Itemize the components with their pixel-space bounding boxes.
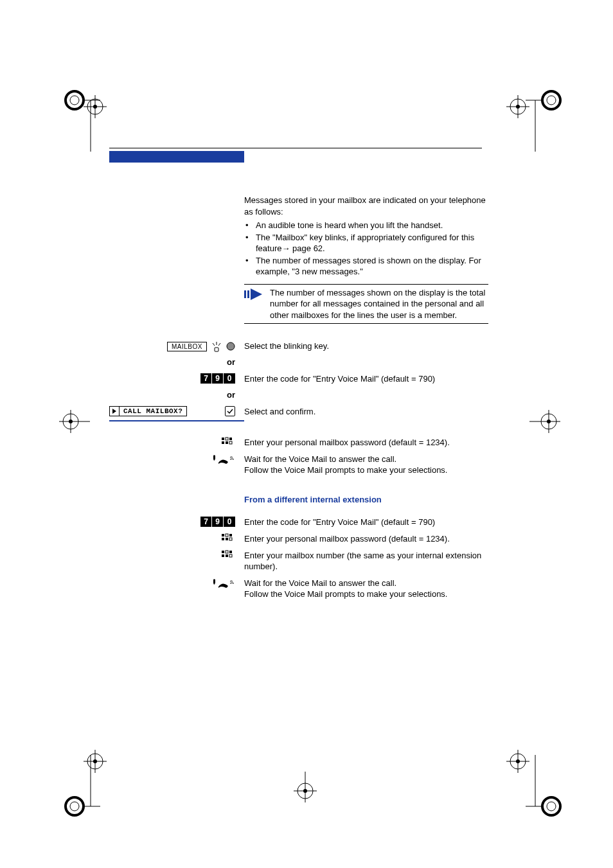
- svg-rect-58: [226, 534, 228, 536]
- crop-target-icon: [82, 748, 108, 774]
- handset-music-icon: [212, 454, 235, 465]
- header-divider: [109, 148, 482, 148]
- steps-column-header: [109, 151, 244, 163]
- step-enter-code: Enter the code for "Entry Voice Mail" (d…: [244, 517, 488, 528]
- step-select-confirm: Select and confirm.: [244, 406, 488, 418]
- step-follow-prompts: Follow the Voice Mail prompts to make yo…: [244, 465, 488, 476]
- svg-rect-62: [229, 538, 232, 540]
- step-enter-password: Enter your personal mailbox password (de…: [244, 533, 488, 545]
- svg-rect-51: [222, 438, 224, 440]
- note-box: The number of messages shown on the disp…: [244, 284, 488, 324]
- display-text: CALL MAILBOX?: [120, 407, 186, 415]
- svg-rect-56: [229, 441, 232, 444]
- svg-line-48: [218, 343, 220, 346]
- list-item: The "Mailbox" key blinks, if appropriate…: [256, 232, 488, 254]
- note-arrow-icon: [244, 287, 265, 305]
- svg-rect-64: [226, 551, 228, 553]
- svg-point-24: [66, 797, 84, 815]
- svg-point-0: [66, 91, 84, 109]
- svg-point-8: [542, 91, 560, 109]
- svg-rect-52: [226, 438, 228, 440]
- svg-rect-65: [229, 551, 232, 553]
- lamp-icon: [226, 342, 235, 351]
- note-text: The number of messages shown on the disp…: [270, 287, 488, 321]
- or-label: or: [227, 357, 235, 367]
- step-enter-password: Enter your personal mailbox password (de…: [244, 437, 488, 448]
- list-item: The number of messages stored is shown o…: [256, 255, 488, 278]
- step-wait-answer: Wait for the Voice Mail to answer the ca…: [244, 454, 488, 465]
- svg-point-33: [547, 802, 556, 811]
- step-enter-code: Enter the code for "Entry Voice Mail" (d…: [244, 373, 488, 385]
- code-keys-790: 7 9 0: [200, 373, 235, 384]
- svg-point-7: [93, 105, 97, 109]
- svg-point-19: [69, 420, 73, 423]
- steps-divider: [109, 420, 244, 421]
- step-select-blinking: Select the blinking key.: [244, 341, 488, 352]
- digit-key: 0: [224, 373, 235, 384]
- crop-target-icon: [58, 409, 84, 434]
- svg-point-23: [547, 420, 551, 423]
- svg-point-15: [516, 105, 520, 109]
- svg-rect-68: [229, 554, 232, 557]
- intro-text: Messages stored in your mailbox are indi…: [244, 195, 488, 217]
- svg-rect-45: [247, 290, 249, 298]
- svg-rect-66: [222, 554, 224, 557]
- digit-key: 9: [212, 517, 224, 527]
- play-arrow-icon: [110, 407, 120, 416]
- crop-target-icon: [529, 409, 555, 434]
- crop-target-icon: [82, 94, 108, 120]
- svg-rect-63: [222, 551, 224, 553]
- crop-target-icon: [292, 772, 318, 797]
- or-label: or: [227, 390, 235, 400]
- section-heading-diff-ext: From a different internal extension: [244, 494, 488, 506]
- display-call-mailbox: CALL MAILBOX?: [109, 406, 187, 416]
- svg-point-9: [547, 96, 556, 105]
- svg-rect-44: [244, 290, 246, 298]
- svg-point-32: [542, 797, 560, 815]
- digit-key: 7: [200, 373, 212, 384]
- digit-key: 7: [200, 517, 212, 527]
- svg-point-25: [70, 802, 79, 811]
- blink-rays-icon: [211, 341, 222, 352]
- svg-rect-49: [215, 348, 218, 351]
- svg-rect-54: [222, 441, 224, 444]
- svg-rect-67: [226, 554, 228, 557]
- svg-point-1: [70, 96, 79, 105]
- handset-music-icon: [212, 578, 235, 589]
- digit-key: 9: [212, 373, 224, 384]
- mailbox-key-label: MAILBOX: [167, 342, 207, 351]
- confirm-check-icon: [225, 406, 235, 416]
- keypad-icon: [221, 437, 235, 448]
- crop-target-icon: [505, 94, 531, 120]
- svg-point-31: [93, 759, 97, 763]
- indicator-list: An audible tone is heard when you lift t…: [244, 220, 488, 278]
- crop-target-icon: [505, 748, 531, 774]
- list-item: An audible tone is heard when you lift t…: [256, 220, 488, 231]
- svg-rect-61: [226, 538, 228, 540]
- step-follow-prompts: Follow the Voice Mail prompts to make yo…: [244, 589, 488, 600]
- svg-rect-53: [229, 438, 232, 440]
- svg-point-50: [227, 342, 235, 350]
- step-enter-mailbox-number: Enter your mailbox number (the same as y…: [244, 550, 488, 572]
- svg-point-43: [303, 789, 307, 793]
- svg-point-39: [516, 759, 520, 763]
- digit-key: 0: [224, 517, 235, 527]
- svg-rect-57: [222, 534, 224, 536]
- code-keys-790: 7 9 0: [200, 517, 235, 527]
- step-wait-answer: Wait for the Voice Mail to answer the ca…: [244, 578, 488, 589]
- keypad-icon: [221, 533, 235, 545]
- svg-rect-59: [229, 534, 232, 536]
- svg-line-47: [213, 343, 215, 346]
- svg-rect-60: [222, 538, 224, 540]
- svg-rect-55: [226, 441, 228, 444]
- keypad-icon: [221, 550, 235, 562]
